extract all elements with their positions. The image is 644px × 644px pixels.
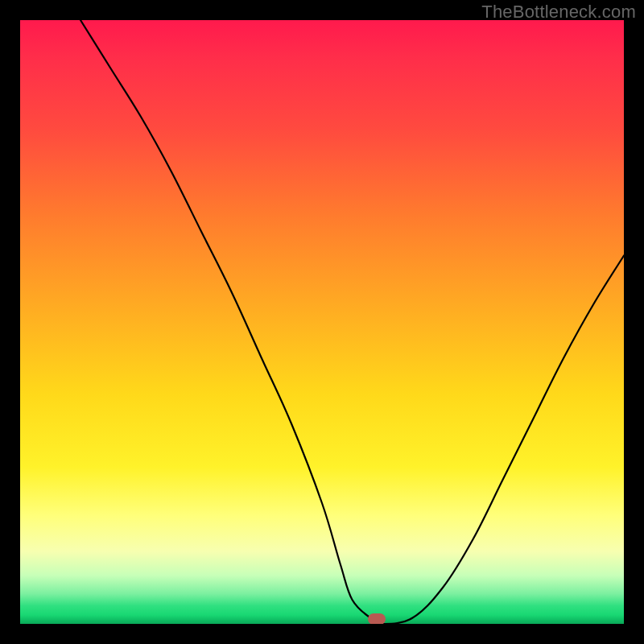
chart-frame: TheBottleneck.com	[0, 0, 644, 644]
plot-area	[20, 20, 624, 624]
bottleneck-curve	[20, 20, 624, 624]
optimal-point-marker	[368, 613, 386, 624]
watermark-text: TheBottleneck.com	[481, 2, 636, 23]
